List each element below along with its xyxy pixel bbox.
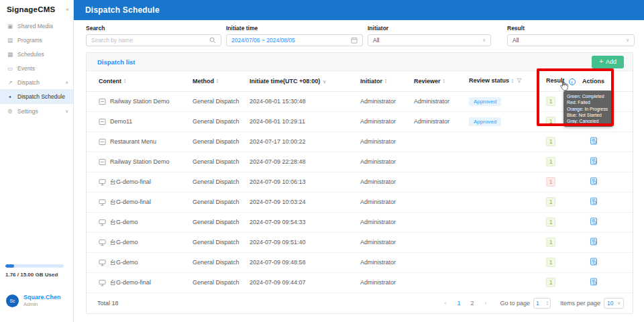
- sidebar-item-settings[interactable]: ⚙Settings∨: [0, 104, 73, 118]
- app-title: SignageCMS: [7, 5, 55, 13]
- table-row: Railway Station DemoGeneral Dispatch2024…: [87, 152, 633, 172]
- table-row: Demo11General Dispatch2024-08-01 10:29:1…: [87, 111, 633, 131]
- report-icon[interactable]: [590, 197, 598, 205]
- reviewer-cell: [414, 152, 469, 172]
- content-cell: Railway Station Demo: [87, 152, 193, 172]
- dispatch-list-card: Dispatch list + Add Content▴▾ Method▴▾ I…: [86, 52, 633, 314]
- next-page-icon[interactable]: ›: [480, 298, 490, 309]
- report-icon[interactable]: [590, 157, 598, 165]
- goto-page-value: 1: [536, 300, 539, 307]
- page-button-1[interactable]: 1: [453, 298, 464, 309]
- card-header: Dispatch list + Add: [87, 53, 633, 71]
- report-icon[interactable]: [590, 278, 598, 286]
- user-section: Sc Square.Chen Admin: [6, 294, 61, 307]
- initiate-time-value: 2024/07/06 ~ 2024/08/05: [231, 37, 295, 44]
- method-cell: General Dispatch: [193, 232, 250, 252]
- search-placeholder: Search by name: [91, 37, 133, 44]
- sidebar-item-shared-media[interactable]: ▣Shared Media: [0, 19, 73, 33]
- sidebar-item-schedules[interactable]: ▦Schedules: [0, 47, 73, 61]
- initiate-time-label: Initiate time: [226, 25, 363, 32]
- result-badge: 1: [546, 217, 555, 227]
- initiate-time-cell: 2024-07-17 10:00:22: [250, 131, 360, 152]
- stepper-icon[interactable]: ▴▾: [547, 301, 548, 305]
- sidebar-menu: ▣Shared Media▤Programs▦Schedules▭Events↗…: [0, 19, 73, 118]
- sidebar-item-dispatch-schedule[interactable]: •Dispatch Schedule: [0, 89, 73, 104]
- sidebar-item-events[interactable]: ▭Events: [0, 61, 73, 75]
- sort-icon[interactable]: ▴▾: [512, 78, 513, 84]
- initiator-cell: Administrator: [360, 252, 414, 272]
- result-filter-value: All: [513, 37, 519, 44]
- user-name[interactable]: Square.Chen: [23, 294, 61, 301]
- sidebar-collapse-icon[interactable]: «: [66, 6, 69, 13]
- actions-cell: [582, 232, 633, 252]
- col-header-review-status[interactable]: Review status▴▾: [469, 71, 546, 91]
- report-icon[interactable]: [590, 137, 598, 145]
- add-button[interactable]: + Add: [592, 56, 624, 68]
- page-button-2[interactable]: 2: [467, 298, 477, 309]
- filter-icon[interactable]: [517, 78, 522, 85]
- result-select[interactable]: All ∨: [507, 34, 635, 46]
- review-status-cell: [469, 272, 546, 292]
- screen-icon: [99, 178, 106, 186]
- reviewer-cell: [414, 252, 469, 272]
- method-cell: General Dispatch: [193, 212, 250, 232]
- reviewer-cell: [414, 131, 469, 152]
- result-legend-tooltip: Green: CompletedRed: FailedOrange: In Pr…: [564, 91, 613, 127]
- method-cell: General Dispatch: [193, 252, 250, 272]
- pagination: ‹ 12 › Go to page 1 ▴▾ Items per page 10…: [440, 298, 624, 309]
- program-icon: [99, 98, 106, 105]
- result-badge: 1: [546, 278, 555, 287]
- sidebar-item-label: Events: [17, 65, 35, 72]
- sidebar-item-label: Dispatch Schedule: [17, 93, 65, 100]
- content-cell: 台G-demo-final: [87, 272, 193, 292]
- initiate-time-cell: 2024-07-09 09:48:58: [250, 252, 360, 272]
- sidebar-item-dispatch[interactable]: ↗Dispatch∧: [0, 75, 73, 89]
- result-cell: 1: [546, 152, 582, 172]
- sort-icon[interactable]: ▴▾: [217, 78, 218, 84]
- items-per-page-value: 10: [607, 300, 613, 307]
- sort-icon[interactable]: ▴▾: [124, 78, 125, 84]
- col-header-method[interactable]: Method▴▾: [193, 71, 250, 91]
- sidebar-item-label: Programs: [17, 37, 42, 44]
- report-icon[interactable]: [590, 217, 598, 225]
- initiator-cell: Administrator: [360, 131, 414, 152]
- sort-icon[interactable]: ▴▾: [443, 78, 445, 84]
- prev-page-icon[interactable]: ‹: [440, 298, 450, 309]
- sort-desc-icon[interactable]: ∨: [323, 79, 326, 84]
- col-header-content[interactable]: Content▴▾: [87, 71, 193, 91]
- items-per-page-label: Items per page: [560, 300, 600, 307]
- method-cell: General Dispatch: [193, 172, 250, 192]
- initiate-time-cell: 2024-07-09 09:54:33: [250, 212, 360, 232]
- reviewer-cell: [414, 272, 469, 292]
- sort-icon[interactable]: ▴▾: [385, 78, 386, 84]
- table-row: 台G-demoGeneral Dispatch2024-07-09 09:48:…: [87, 252, 633, 272]
- content-name: 台G-demo: [110, 238, 138, 247]
- col-header-initiate-time[interactable]: Initiate time(UTC +08:00)∨: [250, 71, 360, 91]
- report-icon[interactable]: [590, 237, 598, 246]
- storage-used-label: 1.76 / 15.00 GB Used: [5, 272, 64, 278]
- items-per-page-select[interactable]: 10 ∨: [604, 298, 624, 309]
- report-icon[interactable]: [590, 177, 598, 185]
- initiator-select[interactable]: All ∨: [368, 34, 491, 46]
- screen-icon: [99, 259, 106, 266]
- initiate-time-range-input[interactable]: 2024/07/06 ~ 2024/08/05: [226, 34, 363, 46]
- avatar[interactable]: Sc: [6, 294, 19, 307]
- sidebar: SignageCMS « ▣Shared Media▤Programs▦Sche…: [0, 0, 74, 322]
- event-icon: ▭: [7, 65, 13, 72]
- report-icon[interactable]: [590, 258, 598, 266]
- result-badge: 1: [546, 137, 555, 146]
- review-status-cell: [469, 192, 546, 212]
- search-input[interactable]: Search by name: [86, 34, 221, 46]
- page-title: Dispatch Schedule: [85, 5, 160, 15]
- actions-cell: [582, 252, 633, 272]
- sidebar-item-label: Dispatch: [17, 79, 40, 86]
- col-header-initiator[interactable]: Initiator▴▾: [360, 71, 414, 91]
- chevron-down-icon: ∨: [482, 38, 486, 43]
- sidebar-item-programs[interactable]: ▤Programs: [0, 33, 73, 47]
- col-header-reviewer[interactable]: Reviewer▴▾: [414, 71, 469, 91]
- info-icon[interactable]: i: [569, 78, 576, 85]
- table-row: 台G-demoGeneral Dispatch2024-07-09 09:54:…: [87, 212, 633, 232]
- legend-line: Gray: Canceled: [567, 118, 610, 124]
- goto-page-input[interactable]: 1 ▴▾: [533, 298, 551, 309]
- reviewer-cell: Administrator: [414, 91, 469, 111]
